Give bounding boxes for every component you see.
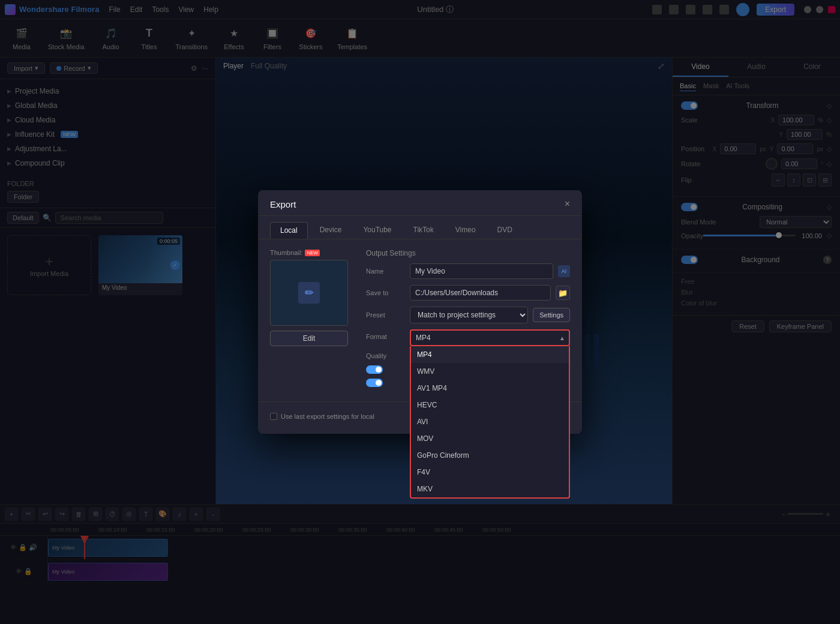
format-select-wrapper: MP4 ▲ MP4 WMV AV1 MP4 HEVC AVI MOV GoPro…	[410, 329, 570, 346]
format-option-f4v[interactable]: F4V	[411, 464, 569, 481]
format-option-hevc[interactable]: HEVC	[411, 397, 569, 413]
modal-tab-local[interactable]: Local	[270, 222, 308, 239]
format-display[interactable]: MP4	[410, 329, 570, 346]
format-option-mkv[interactable]: MKV	[411, 481, 569, 497]
use-last-export-checkbox[interactable]	[270, 413, 277, 420]
format-dropdown: MP4 WMV AV1 MP4 HEVC AVI MOV GoPro Cinef…	[410, 346, 570, 499]
edit-thumbnail-button[interactable]: Edit	[270, 331, 348, 346]
modal-tab-device[interactable]: Device	[310, 222, 352, 239]
name-input[interactable]	[410, 263, 553, 279]
quality-label: Quality	[366, 352, 405, 359]
save-to-label: Save to	[366, 289, 405, 296]
name-label: Name	[366, 268, 405, 275]
toggle-2[interactable]	[366, 379, 383, 387]
modal-body: Thumbnail: NEW ✏ Edit Output Settings Na…	[258, 239, 582, 401]
thumbnail-box: ✏	[270, 260, 348, 326]
thumbnail-pencil-icon: ✏	[298, 282, 320, 304]
modal-tab-youtube[interactable]: YouTube	[353, 222, 401, 239]
preset-settings-button[interactable]: Settings	[533, 308, 570, 322]
save-to-input[interactable]	[410, 285, 551, 301]
ai-name-icon[interactable]: AI	[558, 265, 570, 277]
format-label: Format	[366, 333, 405, 340]
format-option-mov[interactable]: MOV	[411, 430, 569, 447]
preset-row: Preset Match to project settings Setting…	[366, 307, 570, 323]
format-option-av1mp4[interactable]: AV1 MP4	[411, 380, 569, 397]
modal-header: Export ×	[258, 190, 582, 216]
modal-tab-dvd[interactable]: DVD	[488, 222, 522, 239]
output-settings-title: Output Settings	[366, 249, 570, 257]
preset-select[interactable]: Match to project settings	[410, 307, 528, 323]
format-option-mp4[interactable]: MP4	[411, 346, 569, 363]
modal-title: Export	[270, 199, 296, 209]
export-modal: Export × Local Device YouTube TikTok Vim…	[258, 190, 582, 434]
browse-folder-button[interactable]: 📁	[556, 286, 570, 300]
modal-overlay: Export × Local Device YouTube TikTok Vim…	[0, 0, 840, 624]
name-row: Name AI	[366, 263, 570, 279]
preset-label: Preset	[366, 311, 405, 319]
modal-tab-tiktok[interactable]: TikTok	[404, 222, 443, 239]
toggle-1[interactable]	[366, 365, 383, 374]
format-option-wmv[interactable]: WMV	[411, 363, 569, 380]
thumbnail-new-badge: NEW	[305, 250, 320, 256]
format-option-avi[interactable]: AVI	[411, 413, 569, 430]
use-last-export: Use last export settings for local	[270, 413, 374, 420]
modal-tab-vimeo[interactable]: Vimeo	[446, 222, 485, 239]
modal-close-button[interactable]: ×	[565, 199, 570, 209]
save-to-row: Save to 📁	[366, 285, 570, 301]
format-option-gopro[interactable]: GoPro Cineform	[411, 447, 569, 464]
thumbnail-area: Thumbnail: NEW ✏ Edit	[270, 249, 354, 392]
modal-tabs: Local Device YouTube TikTok Vimeo DVD	[258, 216, 582, 239]
thumbnail-label: Thumbnail: NEW	[270, 249, 354, 256]
use-last-export-label: Use last export settings for local	[281, 413, 374, 420]
output-settings: Output Settings Name AI Save to 📁 Preset	[366, 249, 570, 392]
format-row: Format MP4 ▲ MP4 WMV AV1 MP4 HEVC AVI MO	[366, 329, 570, 346]
